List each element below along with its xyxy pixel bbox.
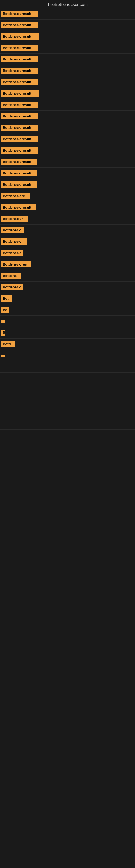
bottleneck-row: Bo — [0, 304, 135, 316]
bottleneck-label[interactable]: Bottleneck result — [1, 124, 38, 131]
bottleneck-row: Bottleneck result — [0, 88, 135, 99]
bottleneck-row: Bottleneck result — [0, 156, 135, 167]
bottleneck-row: Bottleneck r — [0, 236, 135, 247]
bottleneck-row: Bottleneck — [0, 282, 135, 293]
bottleneck-row — [0, 373, 135, 384]
bottleneck-row: Bot — [0, 293, 135, 304]
bottleneck-row: Bottleneck result — [0, 8, 135, 20]
bottleneck-label[interactable]: Bottleneck result — [1, 45, 38, 51]
bottleneck-row: Bottleneck result — [0, 111, 135, 122]
bottleneck-row: Bottleneck result — [0, 99, 135, 111]
bottleneck-row: Bottleneck result — [0, 76, 135, 88]
bottleneck-row — [0, 464, 135, 475]
bottleneck-row: Bottleneck — [0, 225, 135, 236]
bottleneck-label[interactable]: Bottleneck — [1, 250, 24, 256]
bottleneck-row: Bottleneck result — [0, 65, 135, 76]
bottleneck-row: Bottleneck result — [0, 202, 135, 213]
bottleneck-label[interactable]: Bottlene — [1, 273, 21, 279]
bottleneck-row: Bottleneck res — [0, 259, 135, 270]
bottleneck-row — [0, 316, 135, 327]
bottleneck-label[interactable]: Bottleneck result — [1, 147, 38, 154]
bottleneck-label[interactable]: Bottleneck re — [1, 193, 30, 199]
bottleneck-row — [0, 396, 135, 407]
bottleneck-row: Bottleneck result — [0, 31, 135, 42]
bottleneck-label[interactable]: Bottleneck result — [1, 67, 38, 74]
results-list: Bottleneck resultBottleneck resultBottle… — [0, 8, 135, 475]
bottleneck-label[interactable] — [1, 354, 5, 357]
bottleneck-row: Bottleneck result — [0, 122, 135, 133]
bottleneck-label[interactable]: Bottleneck result — [1, 204, 37, 211]
bottleneck-label[interactable]: Bottleneck r — [1, 216, 28, 222]
bottleneck-row: Bottleneck result — [0, 42, 135, 54]
bottleneck-label[interactable]: Bottleneck result — [1, 182, 37, 188]
bottleneck-label[interactable]: Bo — [1, 307, 9, 313]
bottleneck-label[interactable]: Bottleneck — [1, 284, 23, 290]
bottleneck-label[interactable]: Bottl — [1, 341, 14, 347]
bottleneck-row — [0, 350, 135, 361]
bottleneck-row: Bottleneck result — [0, 54, 135, 65]
bottleneck-row: Bottleneck result — [0, 20, 135, 31]
site-title: TheBottlenecker.com — [0, 0, 135, 8]
bottleneck-row — [0, 361, 135, 373]
bottleneck-row — [0, 430, 135, 441]
bottleneck-label[interactable]: Bottleneck result — [1, 10, 38, 17]
bottleneck-row: Bottlene — [0, 270, 135, 282]
bottleneck-label[interactable]: Bottleneck result — [1, 113, 38, 119]
bottleneck-label[interactable]: Bottleneck res — [1, 261, 31, 268]
bottleneck-row: Bottl — [0, 339, 135, 350]
bottleneck-label[interactable]: Bottleneck result — [1, 136, 38, 142]
bottleneck-row — [0, 441, 135, 453]
bottleneck-row: Bottleneck result — [0, 145, 135, 156]
bottleneck-label[interactable]: Bottleneck result — [1, 33, 39, 40]
bottleneck-label[interactable]: Bottleneck result — [1, 102, 38, 108]
bottleneck-label[interactable] — [1, 320, 5, 322]
bottleneck-row — [0, 407, 135, 418]
bottleneck-row: Bottleneck r — [0, 213, 135, 225]
bottleneck-row — [0, 453, 135, 464]
bottleneck-row: Bottleneck — [0, 247, 135, 259]
bottleneck-label[interactable]: Bottleneck — [1, 227, 24, 233]
bottleneck-row: Bottleneck result — [0, 133, 135, 145]
bottleneck-label[interactable]: Bottleneck r — [1, 239, 27, 245]
bottleneck-row — [0, 384, 135, 396]
bottleneck-label[interactable]: Bottleneck result — [1, 170, 37, 176]
bottleneck-row: B — [0, 327, 135, 339]
bottleneck-row: Bottleneck re — [0, 190, 135, 202]
bottleneck-label[interactable]: Bot — [1, 296, 12, 302]
bottleneck-label[interactable]: Bottleneck result — [1, 90, 39, 97]
bottleneck-label[interactable]: B — [1, 330, 5, 336]
bottleneck-row: Bottleneck result — [0, 179, 135, 190]
bottleneck-label[interactable]: Bottleneck result — [1, 22, 38, 28]
bottleneck-row — [0, 418, 135, 430]
bottleneck-row: Bottleneck result — [0, 167, 135, 179]
bottleneck-label[interactable]: Bottleneck result — [1, 79, 38, 85]
bottleneck-label[interactable]: Bottleneck result — [1, 56, 38, 62]
bottleneck-label[interactable]: Bottleneck result — [1, 159, 37, 165]
